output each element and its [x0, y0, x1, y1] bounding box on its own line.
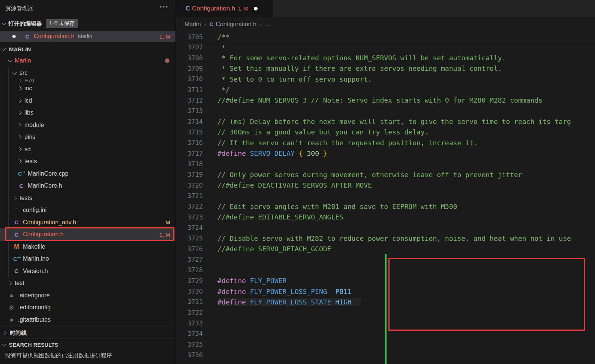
- tree-item-marlin-ino[interactable]: C++Marlin.ino: [0, 253, 175, 265]
- unsaved-dot-icon[interactable]: [254, 7, 258, 10]
- c-file-icon: C: [184, 5, 191, 12]
- tree-item-lcd[interactable]: lcd: [0, 95, 175, 107]
- tree-item-src[interactable]: src: [0, 67, 175, 79]
- git-file-icon: ◆: [8, 317, 15, 322]
- code-line-3718[interactable]: 3718: [176, 159, 595, 169]
- line-number[interactable]: 3731: [176, 298, 203, 306]
- code-token: }: [323, 149, 327, 157]
- tree-item-makefile[interactable]: MMakefile: [0, 241, 175, 253]
- line-number[interactable]: 3735: [176, 341, 203, 348]
- code-token: PB11: [335, 288, 351, 295]
- list-file-icon: ≡: [13, 207, 20, 213]
- line-number[interactable]: 3714: [176, 118, 203, 125]
- tree-item-inc[interactable]: inc: [0, 82, 175, 95]
- sticky-scroll-line[interactable]: 3705/**: [176, 32, 595, 42]
- more-actions-icon[interactable]: ⋯: [159, 1, 169, 12]
- line-number[interactable]: 3730: [176, 288, 203, 295]
- line-number[interactable]: 3736: [176, 351, 203, 359]
- code-line-3710[interactable]: 3710 * Set to 0 to turn off servo suppor…: [176, 74, 595, 84]
- tree-item-test[interactable]: test: [0, 277, 175, 289]
- line-number[interactable]: 3707: [176, 43, 203, 51]
- code-line-3707[interactable]: 3707 *: [176, 42, 595, 52]
- breadcrumb-item-[interactable]: ...: [265, 21, 270, 28]
- tree-item-config-ini[interactable]: ≡config.ini: [0, 204, 175, 216]
- code-line-3726[interactable]: 3726//#define SERVO_DETACH_GCODE: [176, 244, 595, 254]
- line-number[interactable]: 3713: [176, 107, 203, 115]
- code-line-3708[interactable]: 3708 * For some servo-related options NU…: [176, 52, 595, 63]
- code-token: [319, 149, 323, 157]
- breadcrumb-separator-icon: ›: [260, 21, 262, 28]
- line-number[interactable]: 3717: [176, 150, 203, 157]
- line-number[interactable]: 3732: [176, 309, 203, 316]
- tree-item-gitattributes[interactable]: ◆.gitattributes: [0, 314, 175, 326]
- open-editors-header[interactable]: 打开的编辑器 1 个未保存: [0, 18, 175, 29]
- line-number[interactable]: 3723: [176, 213, 203, 221]
- code-line-3717[interactable]: 3717#define SERVO_DELAY { 300 }: [176, 148, 595, 158]
- code-line-3715[interactable]: 3715// 300ms is a good value but you can…: [176, 127, 595, 137]
- code-line-3714[interactable]: 3714// (ms) Delay before the next move w…: [176, 116, 595, 127]
- code-token: //#define EDITABLE_SERVO_ANGLES: [217, 213, 343, 221]
- tree-item-pins[interactable]: pins: [0, 131, 175, 143]
- tree-item-libs[interactable]: libs: [0, 107, 175, 119]
- line-number[interactable]: 3729: [176, 277, 203, 285]
- code-line-3712[interactable]: 3712//#define NUM_SERVOS 3 // Note: Serv…: [176, 95, 595, 106]
- project-section-header[interactable]: MARLIN: [0, 43, 175, 55]
- code-line-3719[interactable]: 3719// Only power servos during movement…: [176, 169, 595, 180]
- line-number[interactable]: 3733: [176, 319, 203, 327]
- code-line-3722[interactable]: 3722// Edit servo angles with M281 and s…: [176, 201, 595, 212]
- line-number[interactable]: 3724: [176, 224, 203, 231]
- tree-item-module[interactable]: module: [0, 119, 175, 131]
- tree-item-marlincore-cpp[interactable]: C++MarlinCore.cpp: [0, 168, 175, 180]
- timeline-section-header[interactable]: 时间线: [0, 327, 175, 339]
- code-line-3724[interactable]: 3724: [176, 222, 595, 233]
- code-line-3720[interactable]: 3720//#define DEACTIVATE_SERVOS_AFTER_MO…: [176, 180, 595, 190]
- tree-item-marlincore-h[interactable]: CMarlinCore.h: [0, 180, 175, 192]
- line-number[interactable]: 3711: [176, 86, 203, 94]
- tab-bar[interactable]: C Configuration.h 1, M: [176, 0, 595, 17]
- code-token: [246, 288, 250, 295]
- code-line-3705[interactable]: 3705/**: [176, 31, 230, 42]
- tree-item-tests[interactable]: tests: [0, 155, 175, 168]
- line-number[interactable]: 3705: [176, 33, 203, 41]
- line-number[interactable]: 3722: [176, 203, 203, 210]
- timeline-label: 时间线: [10, 330, 27, 337]
- line-number[interactable]: 3727: [176, 256, 203, 263]
- code-line-3721[interactable]: 3721: [176, 191, 595, 201]
- code-line-3709[interactable]: 3709 * Set this manually if there are ex…: [176, 63, 595, 74]
- line-number[interactable]: 3721: [176, 192, 203, 200]
- tree-item-sd[interactable]: sd: [0, 143, 175, 156]
- line-number[interactable]: 3726: [176, 245, 203, 253]
- line-number[interactable]: 3728: [176, 266, 203, 274]
- line-number[interactable]: 3718: [176, 160, 203, 168]
- code-line-3711[interactable]: 3711 */: [176, 84, 595, 95]
- line-number[interactable]: 3709: [176, 65, 203, 72]
- line-number[interactable]: 3734: [176, 330, 203, 337]
- line-number[interactable]: 3720: [176, 182, 203, 189]
- tree-item-editorconfig[interactable]: ⚙.editorconfig: [0, 301, 175, 314]
- breadcrumb-item-marlin[interactable]: Marlin: [184, 21, 201, 28]
- tab-configuration-h[interactable]: C Configuration.h 1, M: [176, 0, 273, 17]
- line-number[interactable]: 3710: [176, 75, 203, 83]
- line-number[interactable]: 3725: [176, 234, 203, 242]
- tree-item-aiderignore[interactable]: ≡.aiderignore: [0, 289, 175, 302]
- tree-item-tests[interactable]: tests: [0, 192, 175, 204]
- search-results-section-header[interactable]: SEARCH RESULTS: [0, 339, 175, 351]
- tree-item-marlin[interactable]: Marlin: [0, 55, 175, 67]
- code-token: #define: [217, 149, 246, 157]
- line-number[interactable]: 3716: [176, 139, 203, 146]
- line-number[interactable]: 3708: [176, 54, 203, 62]
- code-token: // If the servo can't reach the requeste…: [217, 139, 478, 147]
- tree-item-configuration-adv-h[interactable]: CConfiguration_adv.hM: [0, 216, 175, 229]
- annotation-box-editor: [388, 258, 585, 331]
- code-line-3716[interactable]: 3716// If the servo can't reach the requ…: [176, 137, 595, 148]
- code-line-3725[interactable]: 3725// Disable servo with M282 to reduce…: [176, 233, 595, 243]
- tree-item-hal[interactable]: HAL: [0, 79, 175, 82]
- tree-item-version-h[interactable]: CVersion.h: [0, 265, 175, 277]
- open-editor-item-configuration-h[interactable]: C Configuration.h Marlin 1, M: [0, 31, 175, 42]
- code-line-3723[interactable]: 3723//#define EDITABLE_SERVO_ANGLES: [176, 212, 595, 222]
- breadcrumb-item-configuration-h[interactable]: CConfiguration.h: [210, 21, 256, 28]
- code-line-3713[interactable]: 3713: [176, 106, 595, 116]
- line-number[interactable]: 3719: [176, 171, 203, 178]
- line-number[interactable]: 3712: [176, 97, 203, 104]
- line-number[interactable]: 3715: [176, 128, 203, 136]
